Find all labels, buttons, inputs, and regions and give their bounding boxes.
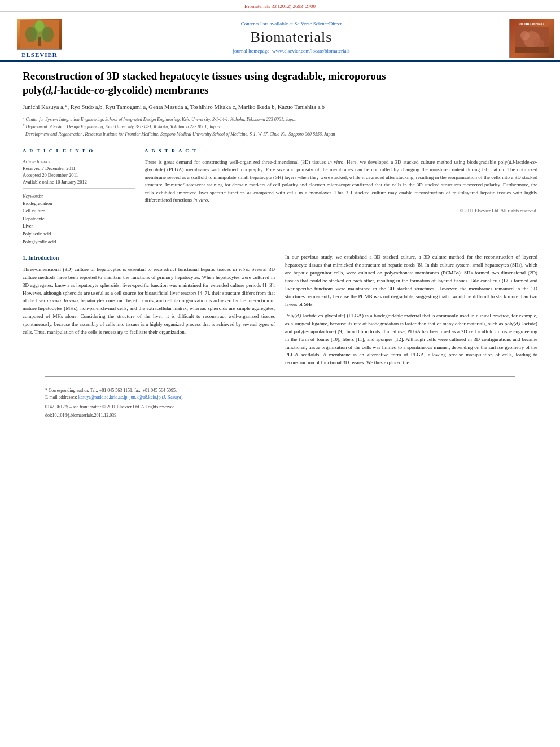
abstract-section: A B S T R A C T There is great demand fo… bbox=[145, 148, 537, 246]
email-note: E-mail addresses: kasuya@sudo.sd.keio.ac… bbox=[45, 394, 515, 401]
svg-rect-4 bbox=[38, 37, 41, 46]
article-info-abstract: A R T I C L E I N F O Article history: R… bbox=[23, 148, 537, 246]
authors-line: Junichi Kasuya a,*, Ryo Sudo a,b, Ryu Ta… bbox=[23, 103, 537, 112]
body-right-text2: Poly(d,l-lactide-co-glycolide) (PLGA) is… bbox=[285, 312, 537, 368]
corresponding-author-text: * Corresponding author. Tel.: +81 045 56… bbox=[45, 388, 177, 393]
email-addresses: kasuya@sudo.sd.keio.ac.jp, jun.k@a8.keio… bbox=[78, 395, 183, 400]
issn-line: 0142-9612/$ – see front matter © 2011 El… bbox=[45, 404, 515, 409]
keyword-2: Cell culture bbox=[23, 207, 135, 215]
footnote-divider bbox=[45, 385, 113, 385]
title-part1: Reconstruction of 3D stacked hepatocyte … bbox=[23, 70, 386, 82]
elsevier-tree-image bbox=[17, 19, 62, 50]
title-part2: poly( bbox=[23, 84, 46, 96]
title-italic: d,l bbox=[46, 84, 57, 96]
divider-abstract bbox=[145, 156, 537, 156]
corresponding-author-note: * Corresponding author. Tel.: +81 045 56… bbox=[45, 387, 515, 394]
keywords-label: Keywords: bbox=[23, 193, 135, 199]
elsevier-logo-section: ELSEVIER bbox=[0, 16, 79, 60]
keyword-3: Hepatocyte bbox=[23, 215, 135, 223]
journal-header-center: Contents lists available at SciVerse Sci… bbox=[79, 16, 504, 60]
abstract-header: A B S T R A C T bbox=[145, 148, 537, 154]
contents-list-text: Contents lists available at bbox=[241, 21, 293, 27]
email-label: E-mail addresses: bbox=[45, 395, 77, 400]
body-section: 1. Introduction Three-dimensional (3D) c… bbox=[23, 254, 537, 370]
keywords-section: Keywords: Biodegradation Cell culture He… bbox=[23, 193, 135, 246]
journal-title: Biomaterials bbox=[251, 29, 333, 46]
title-part3: -lactide- bbox=[57, 84, 94, 96]
keyword-6: Polyglycolic acid bbox=[23, 238, 135, 246]
article-info-section: A R T I C L E I N F O Article history: R… bbox=[23, 148, 135, 246]
body-left-text1: Three-dimensional (3D) culture of hepato… bbox=[23, 266, 275, 337]
article-info-header: A R T I C L E I N F O bbox=[23, 148, 135, 154]
received-date: Received 7 December 2011 bbox=[23, 165, 135, 171]
elsevier-text: ELSEVIER bbox=[21, 51, 58, 58]
divider-keywords bbox=[23, 188, 135, 189]
biomaterials-logo-image bbox=[515, 27, 549, 53]
page: Biomaterials 33 (2012) 2693–2700 ELSEVIE… bbox=[0, 0, 560, 747]
footer-bar: * Corresponding author. Tel.: +81 045 56… bbox=[45, 376, 515, 418]
biomaterials-logo-section: Biomaterials bbox=[504, 16, 560, 60]
biomaterials-logo-box: Biomaterials bbox=[509, 19, 554, 58]
abstract-text: There is great demand for constructing w… bbox=[145, 159, 537, 204]
body-right-text1: In our previous study, we established a … bbox=[285, 254, 537, 309]
affiliation-b: b Department of System Design Engineerin… bbox=[23, 123, 537, 130]
svg-rect-10 bbox=[515, 47, 549, 53]
journal-header: ELSEVIER Contents lists available at Sci… bbox=[0, 12, 560, 62]
sciverse-link[interactable]: Contents lists available at SciVerse Sci… bbox=[241, 21, 342, 27]
svg-point-5 bbox=[35, 20, 44, 32]
biomaterials-logo-text: Biomaterials bbox=[519, 21, 544, 26]
section1-title: 1. Introduction bbox=[23, 254, 275, 263]
svg-point-3 bbox=[42, 27, 54, 42]
journal-homepage[interactable]: journal homepage: www.elsevier.com/locat… bbox=[233, 48, 350, 54]
title-part4: -glycolide) membranes bbox=[104, 84, 208, 96]
divider-info bbox=[23, 156, 135, 156]
divider-1 bbox=[23, 143, 537, 143]
doi-line: doi:10.1016/j.biomaterials.2011.12.039 bbox=[45, 413, 515, 418]
keyword-1: Biodegradation bbox=[23, 200, 135, 208]
article-content: Reconstruction of 3D stacked hepatocyte … bbox=[0, 62, 560, 423]
accepted-date: Accepted 20 December 2011 bbox=[23, 172, 135, 178]
citation-text: Biomaterials 33 (2012) 2693–2700 bbox=[244, 3, 316, 9]
svg-point-8 bbox=[520, 31, 530, 40]
citation-bar: Biomaterials 33 (2012) 2693–2700 bbox=[0, 0, 560, 12]
history-label: Article history: bbox=[23, 159, 135, 164]
svg-point-2 bbox=[25, 27, 37, 42]
title-italic2: co bbox=[94, 84, 104, 96]
keyword-4: Liver bbox=[23, 222, 135, 230]
affiliation-c: c Development and Regeneration, Research… bbox=[23, 130, 537, 137]
body-left-col: 1. Introduction Three-dimensional (3D) c… bbox=[23, 254, 275, 370]
body-right-col: In our previous study, we established a … bbox=[285, 254, 537, 370]
sciverse-name: SciVerse ScienceDirect bbox=[294, 21, 342, 27]
affiliations: a Center for System Integration Engineer… bbox=[23, 115, 537, 137]
affiliation-a: a Center for System Integration Engineer… bbox=[23, 115, 537, 123]
body-two-col: 1. Introduction Three-dimensional (3D) c… bbox=[23, 254, 537, 370]
article-title: Reconstruction of 3D stacked hepatocyte … bbox=[23, 69, 537, 97]
copyright-text: © 2011 Elsevier Ltd. All rights reserved… bbox=[145, 208, 537, 213]
available-date: Available online 10 January 2012 bbox=[23, 179, 135, 185]
keyword-5: Polylactic acid bbox=[23, 230, 135, 238]
elsevier-logo: ELSEVIER bbox=[17, 19, 62, 58]
